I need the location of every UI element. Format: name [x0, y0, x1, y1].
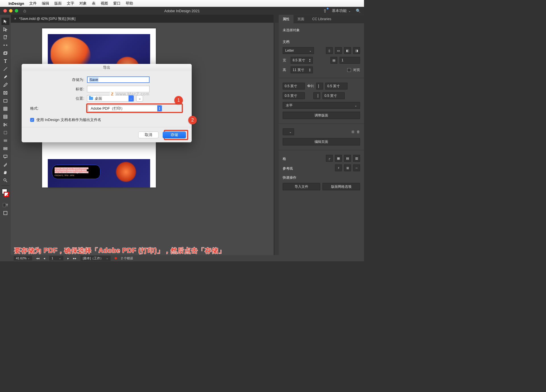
- format-select[interactable]: Adobe PDF（打印） ▲▼: [88, 105, 162, 112]
- vertical-scrollbar[interactable]: [275, 23, 279, 255]
- trash-icon[interactable]: 🗑: [357, 130, 360, 134]
- home-icon[interactable]: ⌂: [23, 8, 26, 13]
- add-icon[interactable]: ⊞: [351, 130, 354, 134]
- zoom-tool-icon[interactable]: [1, 177, 9, 184]
- search-icon[interactable]: 🔍: [356, 9, 361, 13]
- page-tool-icon[interactable]: [1, 34, 9, 41]
- mac-menubar: InDesign 文件 编辑 版面 文字 对象 表 视图 窗口 帮助: [0, 0, 364, 7]
- note-tool-icon[interactable]: [1, 153, 9, 160]
- text-frame[interactable]: Come see the world famous jellyfishes at…: [52, 165, 100, 179]
- orientation-select[interactable]: 水平⌄: [283, 102, 360, 109]
- page-nav-next-icon[interactable]: ▸▸: [73, 257, 76, 260]
- view-mode-icon[interactable]: [1, 209, 9, 217]
- minimize-window-icon[interactable]: [9, 9, 13, 12]
- landscape-icon[interactable]: ▭: [335, 47, 342, 54]
- width-input[interactable]: 8.5 英寸▲▼: [291, 57, 313, 64]
- share-icon[interactable]: ⇧: [323, 8, 327, 14]
- margin-left-input[interactable]: 0.5 英寸: [325, 83, 348, 89]
- menu-layout[interactable]: 版面: [54, 1, 62, 6]
- facing-pages-checkbox[interactable]: [347, 68, 351, 72]
- format-container-icon[interactable]: T: [1, 201, 9, 209]
- line-tool-icon[interactable]: [1, 65, 9, 73]
- menu-file[interactable]: 文件: [29, 1, 37, 6]
- master-select[interactable]: ⌄: [283, 128, 294, 135]
- save-button[interactable]: 存储: [163, 132, 186, 138]
- margin-right-input[interactable]: 0.5 英寸: [322, 92, 345, 99]
- page-nav-next1-icon[interactable]: ▸: [67, 257, 69, 260]
- preset-select[interactable]: [基本]（工作）⌄: [80, 256, 111, 261]
- rectangle-frame-tool-icon[interactable]: [1, 89, 9, 97]
- menu-view[interactable]: 视图: [101, 1, 108, 6]
- menu-edit[interactable]: 编辑: [42, 1, 49, 6]
- expand-dialog-button[interactable]: ⌄: [136, 95, 143, 102]
- location-select[interactable]: 桌面 ⌄: [87, 95, 134, 102]
- close-tab-icon[interactable]: ×: [14, 17, 16, 21]
- svg-point-13: [5, 148, 6, 149]
- binding-left-icon[interactable]: ◧: [344, 47, 351, 54]
- menu-window[interactable]: 窗口: [113, 1, 121, 6]
- guide-opt1-icon[interactable]: ♯: [335, 164, 342, 171]
- height-input[interactable]: 11 英寸▲▼: [291, 66, 313, 73]
- document-tab[interactable]: × *Save.indd @ 42% [GPU 预览] [转换]: [14, 16, 75, 21]
- layout-grid-options-button[interactable]: 版面网格选项: [322, 183, 360, 190]
- page-size-select[interactable]: Letter⌄: [283, 47, 314, 54]
- color-swatches[interactable]: [2, 189, 9, 197]
- type-tool-icon[interactable]: [1, 57, 9, 65]
- pages-icon[interactable]: ▤: [330, 57, 337, 64]
- hand-tool-icon[interactable]: [1, 169, 9, 176]
- tags-input[interactable]: [87, 86, 150, 92]
- errors-label[interactable]: 2 个错误: [121, 256, 133, 260]
- gradient-swatch-tool-icon[interactable]: [1, 137, 9, 144]
- binding-input[interactable]: 1: [340, 57, 360, 64]
- cancel-button[interactable]: 取消: [138, 132, 159, 138]
- use-docname-checkbox[interactable]: ✓: [30, 118, 34, 122]
- page-nav-prev-icon[interactable]: ◂◂: [36, 257, 40, 260]
- annotation-badge-2: 2: [188, 116, 197, 124]
- portrait-icon[interactable]: ▯: [326, 47, 333, 54]
- gradient-feather-tool-icon[interactable]: [1, 145, 9, 152]
- margin-top-input[interactable]: 0.5 英寸: [283, 83, 305, 89]
- tool-divider: [1, 185, 9, 186]
- eyedropper-tool-icon[interactable]: [1, 161, 9, 168]
- window-controls: [3, 9, 18, 12]
- rectangle-tool-icon[interactable]: [1, 97, 9, 105]
- page-number-select[interactable]: 1⌄: [49, 256, 63, 260]
- adjust-layout-button[interactable]: 调整版面: [283, 112, 360, 119]
- pencil-tool-icon[interactable]: [1, 81, 9, 89]
- close-window-icon[interactable]: [3, 9, 7, 12]
- page-nav-prev1-icon[interactable]: ◂: [44, 257, 45, 260]
- free-transform-tool-icon[interactable]: [1, 129, 9, 136]
- save-as-input[interactable]: Save: [87, 76, 150, 83]
- gap-tool-icon[interactable]: [1, 41, 9, 49]
- grid-opt3-icon[interactable]: ▤: [344, 155, 351, 162]
- edit-page-button[interactable]: 编辑页面: [283, 138, 360, 145]
- workspace-selector[interactable]: 基本功能 ⌄: [332, 8, 351, 13]
- maximize-window-icon[interactable]: [15, 9, 18, 12]
- import-file-button[interactable]: 导入文件: [283, 183, 320, 190]
- link-icon[interactable]: �剥: [307, 84, 314, 89]
- scissors-tool-icon[interactable]: [1, 121, 9, 128]
- selection-tool-icon[interactable]: [1, 18, 9, 25]
- grid-opt2-icon[interactable]: ▦: [335, 155, 342, 162]
- menu-object[interactable]: 对象: [79, 1, 87, 6]
- menu-help[interactable]: 帮助: [126, 1, 133, 6]
- zoom-select[interactable]: 41.62%⌄: [14, 256, 32, 260]
- binding-right-icon[interactable]: ◨: [353, 47, 360, 54]
- guide-opt3-icon[interactable]: ↔: [353, 164, 360, 171]
- pen-tool-icon[interactable]: [1, 73, 9, 81]
- menu-table[interactable]: 表: [92, 1, 96, 6]
- tab-cc-libraries[interactable]: CC Libraries: [308, 15, 335, 23]
- margin-bottom-input[interactable]: 0.5 英寸: [283, 92, 305, 99]
- tab-properties[interactable]: 属性: [279, 15, 293, 23]
- grid-opt4-icon[interactable]: ▥: [353, 155, 360, 162]
- guide-opt2-icon[interactable]: ⊞: [344, 164, 351, 171]
- tab-pages[interactable]: 页面: [293, 15, 308, 23]
- menu-type[interactable]: 文字: [67, 1, 74, 6]
- grid-tool2-icon[interactable]: [1, 113, 9, 120]
- content-collector-icon[interactable]: [1, 49, 9, 57]
- menubar-appname[interactable]: InDesign: [9, 1, 24, 6]
- direct-selection-tool-icon[interactable]: [1, 26, 9, 33]
- grid-tool-icon[interactable]: [1, 105, 9, 112]
- grid-opt1-icon[interactable]: ┌: [326, 155, 333, 162]
- stroke-swatch-icon[interactable]: [4, 192, 9, 197]
